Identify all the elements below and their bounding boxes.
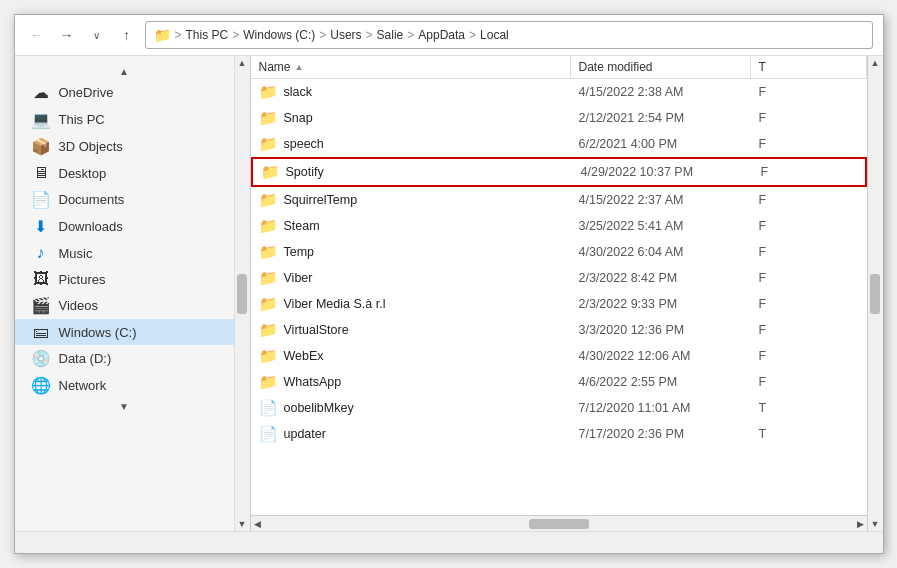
sidebar-scroll-thumb[interactable] — [237, 274, 247, 314]
table-row[interactable]: 📁Spotify4/29/2022 10:37 PMF — [251, 157, 867, 187]
sidebar-item-onedrive[interactable]: ☁ OneDrive — [15, 79, 234, 106]
sidebar-item-label: This PC — [59, 112, 105, 127]
h-scroll-thumb[interactable] — [529, 519, 589, 529]
sidebar-item-music[interactable]: ♪ Music — [15, 240, 234, 266]
thispc-icon: 💻 — [31, 110, 51, 129]
file-name-cell: 📁WhatsApp — [251, 371, 571, 393]
sidebar-item-label: Data (D:) — [59, 351, 112, 366]
file-type-cell: F — [751, 373, 867, 391]
col-header-type[interactable]: T — [751, 56, 867, 78]
file-icon: 📁 — [259, 217, 278, 235]
table-row[interactable]: 📄oobelibMkey7/12/2020 11:01 AMT — [251, 395, 867, 421]
file-type-cell: T — [751, 425, 867, 443]
file-icon: 📁 — [259, 269, 278, 287]
col-header-name[interactable]: Name ▲ — [251, 56, 571, 78]
sidebar-item-network[interactable]: 🌐 Network — [15, 372, 234, 399]
network-icon: 🌐 — [31, 376, 51, 395]
sidebar-scroll-up[interactable]: ▲ — [15, 64, 234, 79]
file-date-cell: 6/2/2021 4:00 PM — [571, 135, 751, 153]
pictures-icon: 🖼 — [31, 270, 51, 288]
table-row[interactable]: 📁Viber Media S.à r.l2/3/2022 9:33 PMF — [251, 291, 867, 317]
file-type-cell: F — [751, 217, 867, 235]
status-bar — [15, 531, 883, 553]
file-date-cell: 2/3/2022 8:42 PM — [571, 269, 751, 287]
sidebar-item-label: Pictures — [59, 272, 106, 287]
breadcrumb-appdata[interactable]: AppData — [418, 28, 465, 42]
r-scroll-down[interactable]: ▼ — [869, 517, 882, 531]
r-scroll-thumb[interactable] — [870, 274, 880, 314]
sidebar-item-videos[interactable]: 🎬 Videos — [15, 292, 234, 319]
file-name-cell: 📁SquirrelTemp — [251, 189, 571, 211]
table-row[interactable]: 📁Steam3/25/2022 5:41 AMF — [251, 213, 867, 239]
file-type-cell: F — [751, 269, 867, 287]
sidebar-item-label: Network — [59, 378, 107, 393]
sidebar-section: ☁ OneDrive 💻 This PC 📦 3D Objects 🖥 Desk… — [15, 79, 234, 399]
sidebar-item-downloads[interactable]: ⬇ Downloads — [15, 213, 234, 240]
sidebar-item-label: OneDrive — [59, 85, 114, 100]
sidebar-item-documents[interactable]: 📄 Documents — [15, 186, 234, 213]
file-icon: 📁 — [259, 373, 278, 391]
file-name-cell: 📁Temp — [251, 241, 571, 263]
breadcrumb-salie[interactable]: Salie — [377, 28, 404, 42]
file-type-cell: F — [751, 109, 867, 127]
sidebar: ▲ ☁ OneDrive 💻 This PC 📦 3D Objects 🖥 De… — [15, 56, 235, 531]
file-name-cell: 📄oobelibMkey — [251, 397, 571, 419]
file-icon: 📁 — [259, 135, 278, 153]
file-type-cell: F — [753, 163, 865, 181]
table-row[interactable]: 📁SquirrelTemp4/15/2022 2:37 AMF — [251, 187, 867, 213]
sidebar-item-data-d[interactable]: 💿 Data (D:) — [15, 345, 234, 372]
title-bar: ← → ∨ ↑ 📁 > This PC > Windows (C:) > Use… — [15, 15, 883, 56]
sidebar-item-label: 3D Objects — [59, 139, 123, 154]
horizontal-scrollbar[interactable]: ◀ ▶ — [251, 515, 867, 531]
file-type-cell: F — [751, 191, 867, 209]
sidebar-scroll-down[interactable]: ▼ — [15, 399, 234, 414]
sidebar-item-windows-c[interactable]: 🖴 Windows (C:) — [15, 319, 234, 345]
videos-icon: 🎬 — [31, 296, 51, 315]
file-list: 📁slack4/15/2022 2:38 AMF📁Snap2/12/2021 2… — [251, 79, 867, 515]
file-icon: 📁 — [259, 347, 278, 365]
table-row[interactable]: 📁VirtualStore3/3/2020 12:36 PMF — [251, 317, 867, 343]
sidebar-scroll-down-arrow[interactable]: ▼ — [236, 517, 249, 531]
table-row[interactable]: 📁slack4/15/2022 2:38 AMF — [251, 79, 867, 105]
sidebar-item-pictures[interactable]: 🖼 Pictures — [15, 266, 234, 292]
breadcrumb-local[interactable]: Local — [480, 28, 509, 42]
table-row[interactable]: 📁WhatsApp4/6/2022 2:55 PMF — [251, 369, 867, 395]
sidebar-scrollbar[interactable]: ▲ ▼ — [235, 56, 251, 531]
file-name-cell: 📁Spotify — [253, 161, 573, 183]
file-type-cell: F — [751, 135, 867, 153]
desktop-icon: 🖥 — [31, 164, 51, 182]
table-row[interactable]: 📁speech6/2/2021 4:00 PMF — [251, 131, 867, 157]
sidebar-scroll-up-arrow[interactable]: ▲ — [236, 56, 249, 70]
downloads-icon: ⬇ — [31, 217, 51, 236]
forward-button[interactable]: → — [55, 23, 79, 47]
file-type-cell: F — [751, 295, 867, 313]
sidebar-item-thispc[interactable]: 💻 This PC — [15, 106, 234, 133]
right-scrollbar[interactable]: ▲ ▼ — [867, 56, 883, 531]
file-icon: 📁 — [259, 191, 278, 209]
col-header-date[interactable]: Date modified — [571, 56, 751, 78]
file-explorer-window: ← → ∨ ↑ 📁 > This PC > Windows (C:) > Use… — [14, 14, 884, 554]
breadcrumb-thispc[interactable]: This PC — [186, 28, 229, 42]
h-scroll-left[interactable]: ◀ — [251, 519, 264, 529]
file-icon: 📁 — [259, 295, 278, 313]
recent-button[interactable]: ∨ — [85, 23, 109, 47]
breadcrumb-users[interactable]: Users — [330, 28, 361, 42]
table-row[interactable]: 📁WebEx4/30/2022 12:06 AMF — [251, 343, 867, 369]
up-button[interactable]: ↑ — [115, 23, 139, 47]
table-row[interactable]: 📁Temp4/30/2022 6:04 AMF — [251, 239, 867, 265]
table-row[interactable]: 📁Viber2/3/2022 8:42 PMF — [251, 265, 867, 291]
breadcrumb-windows[interactable]: Windows (C:) — [243, 28, 315, 42]
sidebar-item-label: Videos — [59, 298, 99, 313]
h-scroll-right[interactable]: ▶ — [854, 519, 867, 529]
file-icon: 📁 — [261, 163, 280, 181]
file-icon: 📁 — [259, 109, 278, 127]
address-bar[interactable]: 📁 > This PC > Windows (C:) > Users > Sal… — [145, 21, 873, 49]
sidebar-item-desktop[interactable]: 🖥 Desktop — [15, 160, 234, 186]
back-button[interactable]: ← — [25, 23, 49, 47]
table-row[interactable]: 📄updater7/17/2020 2:36 PMT — [251, 421, 867, 447]
sidebar-item-3dobjects[interactable]: 📦 3D Objects — [15, 133, 234, 160]
table-row[interactable]: 📁Snap2/12/2021 2:54 PMF — [251, 105, 867, 131]
r-scroll-up[interactable]: ▲ — [869, 56, 882, 70]
file-icon: 📄 — [259, 399, 278, 417]
file-name-cell: 📁speech — [251, 133, 571, 155]
